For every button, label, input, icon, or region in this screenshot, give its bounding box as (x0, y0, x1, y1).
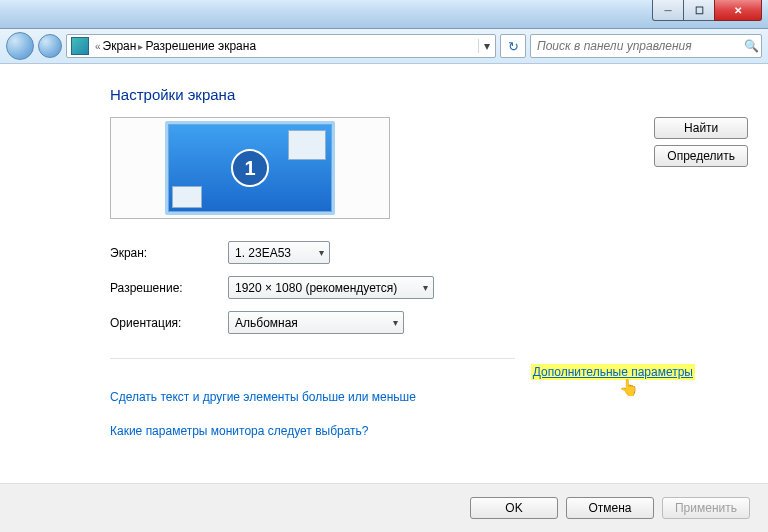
orientation-label: Ориентация: (110, 316, 228, 330)
breadcrumb[interactable]: « Экран ▸ Разрешение экрана ▾ (66, 34, 496, 58)
orientation-select[interactable]: Альбомная (228, 311, 404, 334)
minimize-button[interactable]: ─ (652, 0, 684, 21)
breadcrumb-dropdown[interactable]: ▾ (478, 39, 495, 53)
display-preview[interactable]: 1 (110, 117, 390, 219)
breadcrumb-current[interactable]: Разрешение экрана (145, 39, 256, 53)
display-label: Экран: (110, 246, 228, 260)
resolution-select[interactable]: 1920 × 1080 (рекомендуется) (228, 276, 434, 299)
mini-taskbar-icon (172, 186, 202, 208)
search-input[interactable] (531, 39, 741, 53)
search-box[interactable]: 🔍 (530, 34, 762, 58)
content-area: Настройки экрана 1 Найти Определить Экра… (0, 64, 768, 448)
search-icon[interactable]: 🔍 (741, 39, 761, 53)
monitor-thumbnail[interactable]: 1 (165, 121, 335, 215)
resolution-label: Разрешение: (110, 281, 228, 295)
titlebar: ─ ☐ ✕ (0, 0, 768, 29)
resolution-row: Разрешение: 1920 × 1080 (рекомендуется) (110, 276, 748, 299)
dialog-footer: OK Отмена Применить (0, 483, 768, 532)
find-button[interactable]: Найти (654, 117, 748, 139)
apply-button[interactable]: Применить (662, 497, 750, 519)
divider (110, 358, 515, 359)
orientation-row: Ориентация: Альбомная (110, 311, 748, 334)
which-monitor-link[interactable]: Какие параметры монитора следует выбрать… (110, 424, 369, 438)
mini-window-icon (288, 130, 326, 160)
maximize-button[interactable]: ☐ (683, 0, 715, 21)
close-button[interactable]: ✕ (714, 0, 762, 21)
window-caption-buttons: ─ ☐ ✕ (653, 0, 762, 20)
nav-back-button[interactable] (6, 32, 34, 60)
display-select[interactable]: 1. 23EA53 (228, 241, 330, 264)
chevron-left-icon: « (95, 41, 101, 52)
orientation-value: Альбомная (235, 316, 298, 330)
display-value: 1. 23EA53 (235, 246, 291, 260)
display-preview-row: 1 Найти Определить (110, 117, 748, 219)
advanced-row: Дополнительные параметры 👆 (110, 364, 695, 380)
resolution-value: 1920 × 1080 (рекомендуется) (235, 281, 397, 295)
cancel-button[interactable]: Отмена (566, 497, 654, 519)
display-icon (71, 37, 89, 55)
control-panel-window: ─ ☐ ✕ « Экран ▸ Разрешение экрана ▾ ↻ 🔍 … (0, 0, 768, 532)
display-row: Экран: 1. 23EA53 (110, 241, 748, 264)
preview-buttons: Найти Определить (654, 117, 748, 219)
page-title: Настройки экрана (110, 86, 748, 103)
ok-button[interactable]: OK (470, 497, 558, 519)
nav-forward-button[interactable] (38, 34, 62, 58)
navigation-bar: « Экран ▸ Разрешение экрана ▾ ↻ 🔍 (0, 29, 768, 64)
identify-button[interactable]: Определить (654, 145, 748, 167)
breadcrumb-root[interactable]: Экран (103, 39, 137, 53)
refresh-button[interactable]: ↻ (500, 34, 526, 58)
monitor-number-badge: 1 (231, 149, 269, 187)
chevron-right-icon: ▸ (138, 41, 143, 52)
text-size-link[interactable]: Сделать текст и другие элементы больше и… (110, 390, 416, 404)
advanced-settings-link[interactable]: Дополнительные параметры (531, 364, 695, 380)
